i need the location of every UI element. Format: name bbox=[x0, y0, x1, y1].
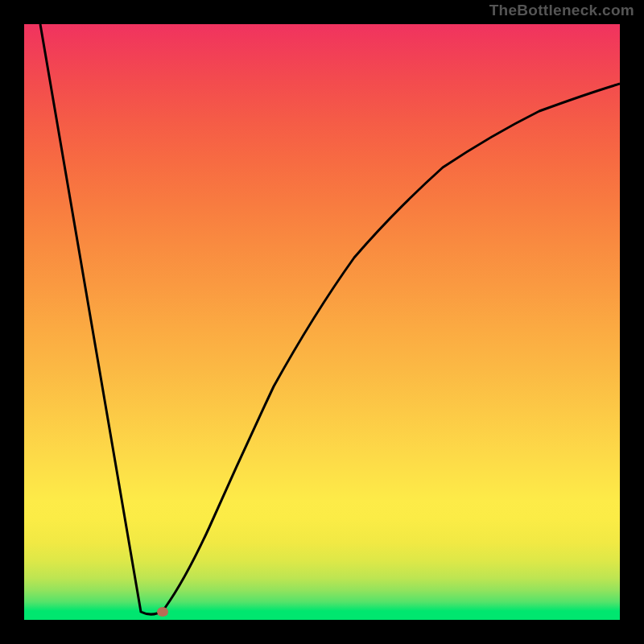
chart-canvas bbox=[24, 24, 620, 620]
watermark-text: TheBottleneck.com bbox=[489, 2, 634, 19]
bottleneck-curve bbox=[40, 24, 620, 614]
curve-svg bbox=[24, 24, 620, 620]
optimal-marker bbox=[157, 607, 168, 617]
